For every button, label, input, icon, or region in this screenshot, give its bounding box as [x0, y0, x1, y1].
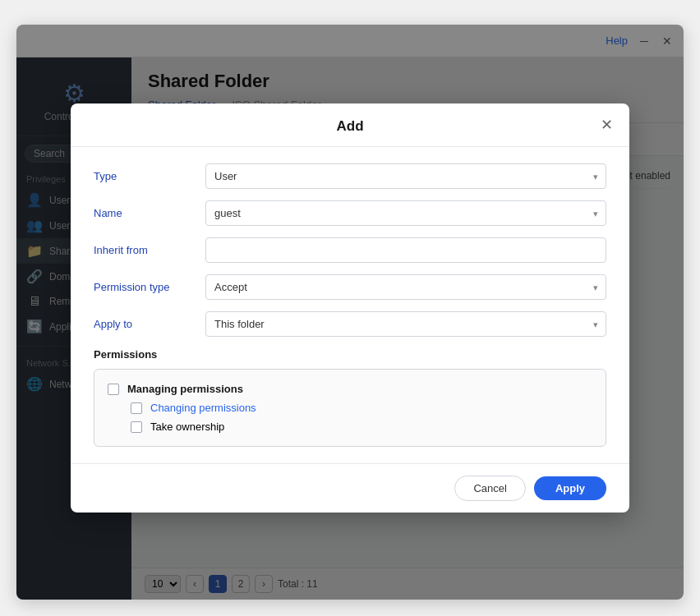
permission-type-select[interactable]: Accept Deny — [205, 274, 606, 300]
perm-row-changing: Changing permissions — [108, 398, 592, 417]
type-select[interactable]: User Group — [205, 163, 606, 189]
take-ownership-label: Take ownership — [150, 421, 224, 433]
type-label: Type — [94, 170, 192, 182]
modal-close-button[interactable]: ✕ — [596, 115, 616, 135]
add-modal: Add ✕ Type User Group ▾ Name guest admin — [71, 103, 629, 513]
type-row: Type User Group ▾ — [94, 163, 606, 189]
permissions-box: Managing permissions Changing permission… — [94, 369, 606, 447]
modal-title: Add — [336, 118, 363, 135]
inherit-from-label: Inherit from — [94, 244, 192, 256]
name-label: Name — [94, 207, 192, 219]
modal-footer: Cancel Apply — [71, 463, 629, 513]
managing-checkbox[interactable] — [108, 384, 119, 395]
apply-to-select[interactable]: This folder This folder and subfolders S… — [205, 311, 606, 337]
changing-checkbox[interactable] — [131, 402, 142, 414]
perm-row-take-ownership: Take ownership — [108, 417, 592, 436]
permission-type-row: Permission type Accept Deny ▾ — [94, 274, 606, 300]
name-select[interactable]: guest admin — [205, 200, 606, 226]
changing-label[interactable]: Changing permissions — [150, 402, 256, 414]
apply-to-row: Apply to This folder This folder and sub… — [94, 311, 606, 337]
take-ownership-checkbox[interactable] — [131, 421, 142, 433]
managing-label: Managing permissions — [127, 383, 243, 395]
name-select-wrapper: guest admin ▾ — [205, 200, 606, 226]
permission-type-label: Permission type — [94, 281, 192, 293]
permissions-section: Permissions Managing permissions Changin… — [94, 348, 606, 447]
name-row: Name guest admin ▾ — [94, 200, 606, 226]
modal-body: Type User Group ▾ Name guest admin ▾ — [71, 147, 629, 463]
type-select-wrapper: User Group ▾ — [205, 163, 606, 189]
cancel-button[interactable]: Cancel — [454, 476, 525, 501]
apply-button[interactable]: Apply — [534, 476, 606, 500]
inherit-from-row: Inherit from — [94, 237, 606, 263]
permission-type-select-wrapper: Accept Deny ▾ — [205, 274, 606, 300]
modal-header: Add ✕ — [71, 103, 629, 147]
apply-to-select-wrapper: This folder This folder and subfolders S… — [205, 311, 606, 337]
apply-to-label: Apply to — [94, 318, 192, 330]
inherit-from-input[interactable] — [205, 237, 606, 263]
permissions-label: Permissions — [94, 348, 606, 361]
perm-row-managing: Managing permissions — [108, 379, 592, 398]
